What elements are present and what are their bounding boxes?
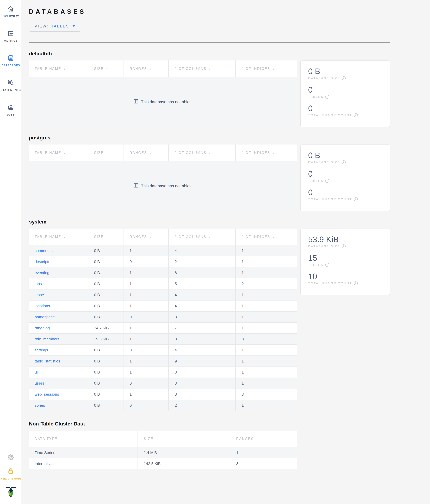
column-header--of-indices[interactable]: # OF INDICES▼ <box>236 61 297 77</box>
table-cell: 0 B <box>88 289 124 300</box>
table-cell: 0 B <box>88 356 124 367</box>
table-name-link[interactable]: locations <box>29 300 88 311</box>
data-type-cell: Time Series <box>29 447 138 458</box>
column-header-ranges[interactable]: RANGES <box>230 431 297 447</box>
column-header--of-columns[interactable]: # OF COLUMNS▼ <box>169 229 236 245</box>
table-cell: 34.7 KiB <box>88 323 124 333</box>
table-name-link[interactable]: web_sessions <box>29 389 88 400</box>
settings-gear-icon[interactable] <box>7 454 14 462</box>
table-cell: 1 <box>236 245 297 256</box>
table-name-link[interactable]: eventlog <box>29 267 88 278</box>
sidebar-item-jobs[interactable]: JOBS <box>7 103 15 116</box>
sidebar-bottom: INSECURE MODE <box>0 454 22 504</box>
database-stats-card: 53.9 KiBDATABASE SIZEi15TABLESi10TOTAL R… <box>300 229 390 295</box>
stat-block: 0TOTAL RANGE COUNTi <box>308 104 390 117</box>
table-cell: 1 <box>124 289 169 300</box>
column-header-data-type[interactable]: DATA TYPE <box>29 431 138 447</box>
table-name-link[interactable]: users <box>29 378 88 389</box>
table-cell: 1 <box>236 400 297 411</box>
column-header--of-indices[interactable]: # OF INDICES▼ <box>236 229 297 245</box>
table-header-row: TABLE NAME▼SIZE▼RANGES▼# OF COLUMNS▼# OF… <box>29 229 297 245</box>
column-header-size[interactable]: SIZE▼ <box>88 61 124 77</box>
column-header-label: # OF COLUMNS <box>175 235 206 239</box>
table-name-link[interactable]: table_statistics <box>29 356 88 367</box>
table-cell: 1 <box>124 267 169 278</box>
metrics-icon <box>7 29 14 37</box>
database-name: system <box>29 219 390 225</box>
table-row: descriptor0 B021 <box>29 256 297 267</box>
stat-label: TOTAL RANGE COUNTi <box>308 113 390 117</box>
stat-value: 0 <box>308 85 390 94</box>
column-header-ranges[interactable]: RANGES▼ <box>124 61 169 77</box>
table-row: ui0 B131 <box>29 367 297 378</box>
info-icon[interactable]: i <box>342 76 346 80</box>
table-name-link[interactable]: zones <box>29 400 88 411</box>
column-header--of-columns[interactable]: # OF COLUMNS▼ <box>169 144 236 161</box>
stat-block: 0 BDATABASE SIZEi <box>308 151 390 164</box>
column-header--of-columns[interactable]: # OF COLUMNS▼ <box>169 61 236 77</box>
table-cell: 1 <box>236 345 297 355</box>
column-header-label: # OF INDICES <box>242 67 270 71</box>
info-icon[interactable]: i <box>354 113 358 117</box>
sort-arrow-icon: ▼ <box>272 152 275 154</box>
table-cell: 8 <box>169 389 236 400</box>
non-table-section-title: Non-Table Cluster Data <box>29 421 390 427</box>
open-lock-icon <box>7 467 15 476</box>
column-header-table-name[interactable]: TABLE NAME▼ <box>29 144 88 161</box>
table-cell: 3 <box>169 378 236 389</box>
sidebar-item-label: DATABASES <box>1 64 20 67</box>
column-header-label: TABLE NAME <box>35 67 61 71</box>
table-name-link[interactable]: rangelog <box>29 323 88 333</box>
non-table-cluster-table: DATA TYPESIZERANGES Time Series1.4 MiB1I… <box>29 431 297 469</box>
stat-label-text: DATABASE SIZE <box>308 244 340 248</box>
sidebar-item-overview[interactable]: OVERVIEW <box>2 5 19 18</box>
table-cell: 1 <box>124 300 169 311</box>
table-name-link[interactable]: descriptor <box>29 256 88 267</box>
info-icon[interactable]: i <box>354 197 358 201</box>
table-name-link[interactable]: settings <box>29 345 88 355</box>
sidebar-item-metrics[interactable]: METRICS <box>4 29 18 42</box>
stat-block: 0 BDATABASE SIZEi <box>308 67 390 80</box>
stat-value: 0 <box>308 169 390 178</box>
table-body: comments0 B141descriptor0 B021eventlog0 … <box>29 245 297 411</box>
table-cell: 1 <box>236 256 297 267</box>
view-dropdown[interactable]: VIEW: TABLES <box>29 21 81 32</box>
sort-arrow-icon: ▼ <box>272 68 275 70</box>
table-name-link[interactable]: lease <box>29 289 88 300</box>
column-header-size[interactable]: SIZE▼ <box>88 229 124 245</box>
table-cell: 142.5 KiB <box>138 458 230 469</box>
database-sections: defaultdbTABLE NAME▼SIZE▼RANGES▼# OF COL… <box>29 51 430 411</box>
info-icon[interactable]: i <box>354 281 358 285</box>
table-name-link[interactable]: ui <box>29 367 88 378</box>
table-name-link[interactable]: comments <box>29 245 88 256</box>
info-icon[interactable]: i <box>325 179 329 183</box>
sidebar-item-statements[interactable]: STATEMENTS <box>0 79 21 92</box>
sort-arrow-icon: ▼ <box>63 152 66 154</box>
table-cell: 0 <box>124 312 169 322</box>
stat-block: 0TOTAL RANGE COUNTi <box>308 188 390 201</box>
table-cell: 5 <box>169 279 236 289</box>
column-header-ranges[interactable]: RANGES▼ <box>124 144 169 161</box>
column-header-size[interactable]: SIZE▼ <box>88 144 124 161</box>
table-cell: 0 <box>124 400 169 411</box>
info-icon[interactable]: i <box>325 95 329 99</box>
column-header-table-name[interactable]: TABLE NAME▼ <box>29 61 88 77</box>
table-cell: 4 <box>169 300 236 311</box>
table-grid-icon <box>134 99 139 105</box>
info-icon[interactable]: i <box>325 263 329 267</box>
table-cell: 0 B <box>88 345 124 355</box>
table-name-link[interactable]: namespace <box>29 312 88 322</box>
column-header--of-indices[interactable]: # OF INDICES▼ <box>236 144 297 161</box>
table-cell: 1 <box>236 356 297 367</box>
insecure-mode-badge[interactable]: INSECURE MODE <box>0 467 22 480</box>
info-icon[interactable]: i <box>342 244 346 248</box>
stat-block: 10TOTAL RANGE COUNTi <box>308 272 390 285</box>
column-header-size[interactable]: SIZE <box>138 431 230 447</box>
info-icon[interactable]: i <box>342 160 346 164</box>
column-header-table-name[interactable]: TABLE NAME▼ <box>29 229 88 245</box>
table-name-link[interactable]: role_members <box>29 334 88 344</box>
column-header-ranges[interactable]: RANGES▼ <box>124 229 169 245</box>
table-name-link[interactable]: jobs <box>29 279 88 289</box>
sidebar-item-databases[interactable]: DATABASES <box>1 54 20 67</box>
table-cell: 7 <box>169 323 236 333</box>
